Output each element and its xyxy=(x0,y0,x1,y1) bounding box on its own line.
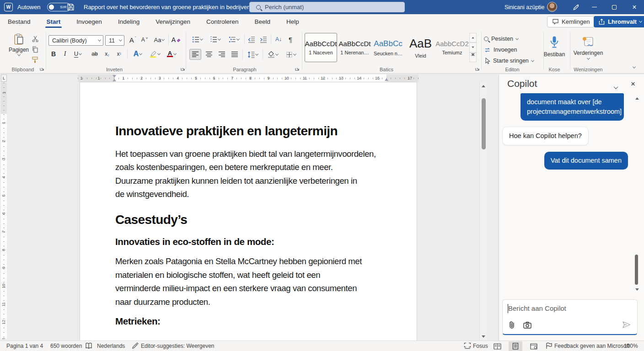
bold-button[interactable]: B xyxy=(48,49,59,59)
align-left-button[interactable] xyxy=(189,49,201,60)
copilot-scroll-up-icon[interactable] xyxy=(635,97,639,100)
page-info[interactable]: Pagina 1 van 4 xyxy=(6,343,43,349)
select-button[interactable]: Starte sringen xyxy=(484,56,534,65)
tab-beeld[interactable]: Beeld xyxy=(253,15,272,29)
right-indent-marker[interactable] xyxy=(385,78,388,81)
zoom-level[interactable]: 100% xyxy=(624,343,638,349)
paragraph-group-label: Paragraph xyxy=(220,67,270,72)
clipboard-dialog-launcher[interactable] xyxy=(39,66,45,72)
find-button[interactable]: Pesisten xyxy=(484,34,518,43)
font-size-combo[interactable]: 11 xyxy=(105,35,124,46)
style-subtitle[interactable]: AabbCcD2 Temiumz xyxy=(436,33,468,62)
document-page[interactable]: Innovatieve praktijken en langetermijn H… xyxy=(80,82,417,340)
horizontal-ruler[interactable]: 1 1 123456789101112131415 17 xyxy=(78,74,419,82)
increase-indent-button[interactable] xyxy=(258,34,269,44)
web-layout-button[interactable] xyxy=(527,341,541,351)
style-no-spacing[interactable]: AaBbCcDt 1 Nerenan… xyxy=(338,33,371,62)
save-button[interactable] xyxy=(67,3,75,11)
highlight-button[interactable] xyxy=(146,49,163,59)
tab-controleren[interactable]: Controleren xyxy=(205,15,240,29)
underline-button[interactable]: U xyxy=(70,49,85,59)
sort-button[interactable]: A↓ xyxy=(273,34,284,44)
copy-button[interactable] xyxy=(30,45,40,54)
font-name-combo[interactable]: Calibri (Body) xyxy=(48,35,103,46)
word-count[interactable]: 650 woorden xyxy=(50,343,82,349)
style-heading1[interactable]: AaBbCc Seucken n… xyxy=(372,33,404,62)
attach-button[interactable] xyxy=(508,321,516,329)
dictate-button[interactable]: Bestiban xyxy=(542,32,566,61)
document-title[interactable]: Rapport over het bevorderen van groene p… xyxy=(84,4,256,11)
tab-invoegen[interactable]: Invoegen xyxy=(75,15,103,29)
font-color-button[interactable]: A xyxy=(164,49,179,59)
tab-verwijzingen[interactable]: Verwijzingen xyxy=(154,15,192,29)
change-case-button[interactable]: Aa xyxy=(152,34,166,45)
copilot-close-button[interactable]: × xyxy=(631,80,635,89)
decrease-indent-button[interactable] xyxy=(246,34,257,44)
minimize-button[interactable] xyxy=(585,0,604,14)
styles-scroll-down-button[interactable] xyxy=(469,43,477,52)
copilot-message-input[interactable] xyxy=(508,304,632,312)
line-spacing-button[interactable] xyxy=(244,49,261,60)
language-indicator[interactable]: Nederlands xyxy=(97,343,125,349)
italic-button[interactable]: I xyxy=(60,49,70,59)
tab-bestand[interactable]: Bestand xyxy=(6,15,32,29)
close-button[interactable]: × xyxy=(625,0,644,14)
focus-mode-button[interactable]: Fosus xyxy=(473,343,488,349)
copilot-scrollbar-thumb[interactable] xyxy=(635,255,638,285)
editor-suggestions[interactable]: Editor-suggesties: Weergeven xyxy=(141,343,215,349)
shading-button[interactable] xyxy=(264,49,281,60)
paragraph-dialog-launcher[interactable] xyxy=(295,66,300,72)
vertical-ruler[interactable]: 1 12345678910111213 xyxy=(1,83,7,339)
camera-button[interactable] xyxy=(523,321,531,329)
bullets-button[interactable] xyxy=(189,34,205,44)
multilevel-list-button[interactable] xyxy=(225,34,242,44)
text-effects-button[interactable]: A xyxy=(130,49,145,59)
chevron-down-icon xyxy=(586,56,590,59)
scrollbar-thumb[interactable] xyxy=(482,98,486,149)
search-input[interactable]: Perich (unmat) xyxy=(249,2,405,12)
copilot-scroll-down-icon[interactable] xyxy=(635,288,639,291)
strikethrough-button[interactable]: ab xyxy=(89,49,101,59)
document-scrollbar[interactable] xyxy=(479,82,487,340)
numbering-button[interactable] xyxy=(207,34,223,44)
read-mode-button[interactable] xyxy=(490,341,504,351)
tab-help[interactable]: Help xyxy=(285,15,301,29)
send-button[interactable] xyxy=(622,321,631,329)
clear-formatting-button[interactable]: A xyxy=(170,34,182,45)
replace-button[interactable]: Invoegen xyxy=(484,45,517,54)
font-dialog-launcher[interactable] xyxy=(180,66,186,72)
style-title[interactable]: AaB Vleid xyxy=(404,33,437,62)
format-painter-button[interactable] xyxy=(30,55,40,64)
shrink-font-button[interactable]: A˅ xyxy=(139,34,150,45)
share-button[interactable]: Lhromvalt xyxy=(594,16,644,27)
show-paragraph-marks-button[interactable]: ¶ xyxy=(285,34,295,44)
cut-button[interactable] xyxy=(30,34,40,43)
align-center-button[interactable] xyxy=(203,49,215,60)
paste-button[interactable]: Pagigen xyxy=(7,33,30,65)
feedback-button[interactable]: Feedback geven aan Microsoft xyxy=(554,343,629,349)
proofing-icon[interactable] xyxy=(85,342,92,349)
styles-gallery-expand-button[interactable] xyxy=(469,53,477,62)
superscript-button[interactable]: x³ xyxy=(113,49,124,59)
collapse-ribbon-button[interactable] xyxy=(629,64,639,71)
ink-button[interactable] xyxy=(566,0,585,14)
copilot-collapse-button[interactable] xyxy=(614,83,620,88)
tab-stop-selector[interactable]: L xyxy=(1,74,7,82)
styles-dialog-launcher[interactable] xyxy=(475,66,480,72)
justify-button[interactable] xyxy=(229,49,241,60)
borders-button[interactable] xyxy=(283,49,299,60)
style-normal[interactable]: AaBbCcDt 1 Naceven xyxy=(305,33,337,62)
print-layout-button[interactable] xyxy=(509,341,522,351)
avatar[interactable] xyxy=(547,2,557,12)
grow-font-button[interactable]: Aˆ xyxy=(127,34,138,45)
tab-indeling[interactable]: Indeling xyxy=(117,15,141,29)
tab-start[interactable]: Start xyxy=(45,15,62,29)
hanging-indent-marker[interactable] xyxy=(113,79,116,81)
subscript-button[interactable]: x₂ xyxy=(102,49,113,59)
comments-button[interactable]: Kemlingen xyxy=(547,16,595,27)
styles-scroll-up-button[interactable] xyxy=(469,33,477,43)
align-right-button[interactable] xyxy=(216,49,228,60)
editor-button[interactable]: Verderingen xyxy=(572,32,605,64)
first-line-indent-marker[interactable] xyxy=(113,75,116,78)
restore-button[interactable] xyxy=(605,0,624,14)
